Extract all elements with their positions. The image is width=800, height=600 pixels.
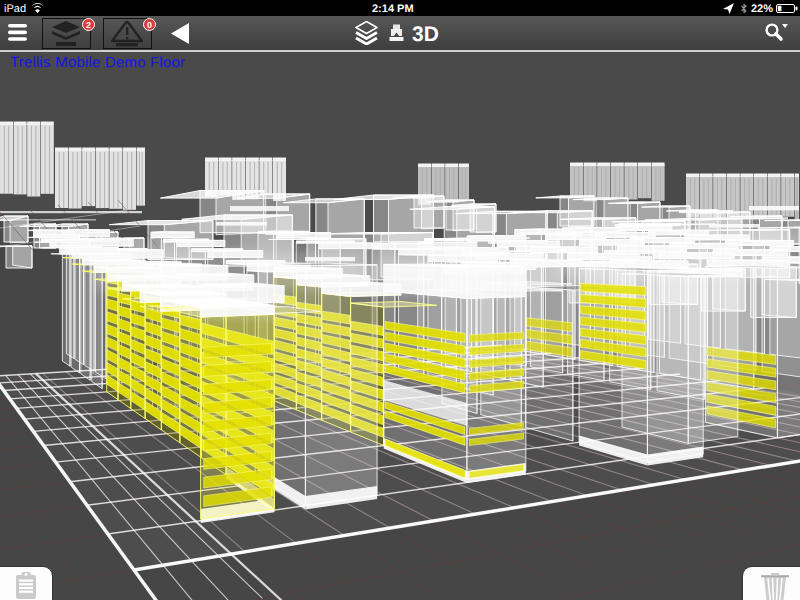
svg-text:3D: 3D [412, 22, 439, 45]
svg-text:iPad: iPad [4, 2, 26, 14]
svg-text:2:14 PM: 2:14 PM [372, 2, 414, 14]
svg-text:Trellis Mobile Demo Floor: Trellis Mobile Demo Floor [10, 53, 185, 70]
svg-text:22%: 22% [751, 2, 773, 14]
